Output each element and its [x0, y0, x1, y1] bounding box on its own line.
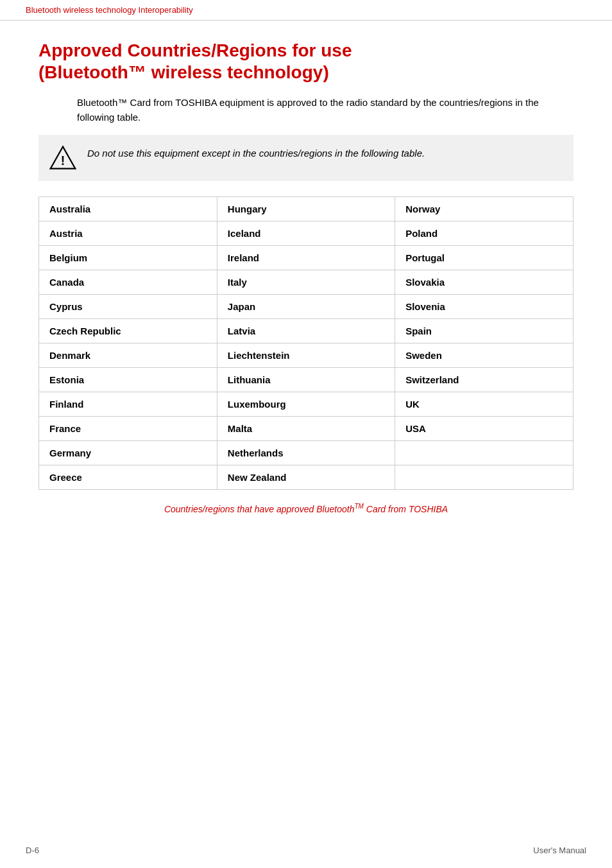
country-cell: Denmark	[39, 343, 217, 368]
country-cell: Italy	[217, 270, 395, 295]
country-cell: Netherlands	[217, 441, 395, 465]
country-cell: Australia	[39, 197, 217, 221]
country-cell: Luxembourg	[217, 392, 395, 417]
country-cell: Poland	[395, 221, 573, 246]
table-row: BelgiumIrelandPortugal	[39, 246, 573, 270]
country-cell: Greece	[39, 465, 217, 490]
table-row: CyprusJapanSlovenia	[39, 295, 573, 319]
country-table-container: AustraliaHungaryNorwayAustriaIcelandPola…	[38, 196, 574, 490]
table-row: FranceMaltaUSA	[39, 417, 573, 441]
table-row: AustriaIcelandPoland	[39, 221, 573, 246]
country-cell: Japan	[217, 295, 395, 319]
footer-left: D-6	[26, 846, 39, 855]
country-cell: Belgium	[39, 246, 217, 270]
page-title: Approved Countries/Regions for use (Blue…	[38, 40, 574, 83]
svg-text:!: !	[61, 154, 65, 168]
country-cell: Norway	[395, 197, 573, 221]
country-cell: Hungary	[217, 197, 395, 221]
country-cell: Czech Republic	[39, 319, 217, 343]
country-cell: Portugal	[395, 246, 573, 270]
country-cell: Ireland	[217, 246, 395, 270]
warning-icon: !	[49, 144, 77, 172]
country-cell: UK	[395, 392, 573, 417]
country-cell: Iceland	[217, 221, 395, 246]
caption-text: Countries/regions that have approved Blu…	[38, 503, 574, 514]
country-cell: New Zealand	[217, 465, 395, 490]
table-row: GermanyNetherlands	[39, 441, 573, 465]
country-cell	[395, 465, 573, 490]
country-cell	[395, 441, 573, 465]
table-row: AustraliaHungaryNorway	[39, 197, 573, 221]
table-row: EstoniaLithuaniaSwitzerland	[39, 368, 573, 392]
country-cell: Liechtenstein	[217, 343, 395, 368]
country-cell: Austria	[39, 221, 217, 246]
table-row: Czech RepublicLatviaSpain	[39, 319, 573, 343]
country-cell: Finland	[39, 392, 217, 417]
country-cell: Germany	[39, 441, 217, 465]
country-cell: France	[39, 417, 217, 441]
country-cell: Estonia	[39, 368, 217, 392]
footer: D-6 User's Manual	[0, 846, 612, 855]
table-row: CanadaItalySlovakia	[39, 270, 573, 295]
country-cell: Slovakia	[395, 270, 573, 295]
country-table: AustraliaHungaryNorwayAustriaIcelandPola…	[39, 197, 573, 489]
country-cell: Latvia	[217, 319, 395, 343]
footer-right: User's Manual	[533, 846, 586, 855]
table-row: DenmarkLiechtensteinSweden	[39, 343, 573, 368]
warning-box: ! Do not use this equipment except in th…	[38, 135, 574, 181]
country-cell: Slovenia	[395, 295, 573, 319]
country-cell: Malta	[217, 417, 395, 441]
country-cell: Spain	[395, 319, 573, 343]
country-cell: USA	[395, 417, 573, 441]
table-row: FinlandLuxembourgUK	[39, 392, 573, 417]
table-row: GreeceNew Zealand	[39, 465, 573, 490]
breadcrumb: Bluetooth wireless technology Interopera…	[26, 5, 193, 15]
country-cell: Sweden	[395, 343, 573, 368]
country-cell: Lithuania	[217, 368, 395, 392]
country-cell: Canada	[39, 270, 217, 295]
country-cell: Switzerland	[395, 368, 573, 392]
warning-text: Do not use this equipment except in the …	[87, 144, 425, 161]
intro-text: Bluetooth™ Card from TOSHIBA equipment i…	[77, 96, 574, 125]
top-bar: Bluetooth wireless technology Interopera…	[0, 0, 612, 21]
country-cell: Cyprus	[39, 295, 217, 319]
